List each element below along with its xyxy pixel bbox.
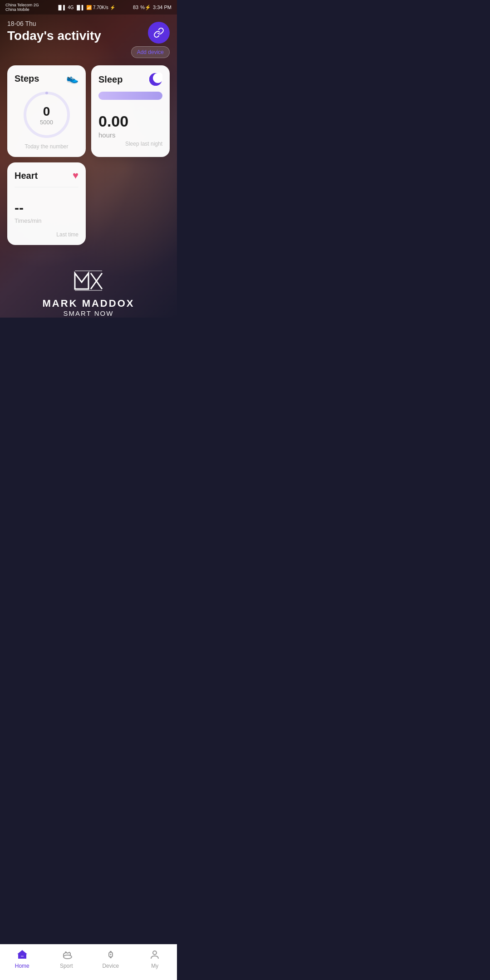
carrier1-label: China Telecom 2G xyxy=(5,3,39,7)
signal-4g: 4G xyxy=(68,5,74,10)
carrier2-label: China Mobile xyxy=(5,7,39,12)
mark-maddox-logo-svg xyxy=(73,269,104,291)
moon-crescent xyxy=(149,73,162,86)
sleep-unit: hours xyxy=(98,131,162,139)
steps-circle: 0 5000 xyxy=(22,90,72,140)
sleep-label: Sleep last night xyxy=(98,141,162,147)
link-device-button[interactable] xyxy=(148,22,170,44)
signal-bars2: ▐▌▌ xyxy=(75,5,85,10)
battery-level: 83 xyxy=(133,5,138,10)
status-bar: China Telecom 2G China Mobile ▐▌▌ 4G ▐▌▌… xyxy=(0,0,177,15)
heart-title: Heart xyxy=(15,171,38,181)
heart-last-label: Last time xyxy=(15,231,78,238)
steps-label: Today the number xyxy=(15,143,78,150)
heart-rate-unit: Times/min xyxy=(15,217,78,224)
brand-name: MARK MADDOX xyxy=(43,298,135,309)
steps-goal: 5000 xyxy=(40,119,53,126)
cards-grid: Steps 👟 0 5000 Today the number xyxy=(7,65,170,245)
steps-value: 0 xyxy=(40,104,53,119)
sleep-card-header: Sleep xyxy=(98,73,162,86)
svg-marker-7 xyxy=(75,273,88,289)
steps-card[interactable]: Steps 👟 0 5000 Today the number xyxy=(7,65,86,157)
battery-icon: %⚡ xyxy=(140,5,151,10)
steps-circle-inner: 0 5000 xyxy=(40,104,53,126)
header-left: 18-06 Thu Today's activity xyxy=(7,20,101,43)
heart-card[interactable]: Heart ♥ -- Times/min Last time xyxy=(7,162,86,245)
moon-icon-wrapper xyxy=(149,73,162,86)
heart-card-header: Heart ♥ xyxy=(15,170,78,181)
brand-section: MARK MADDOX SMART NOW xyxy=(7,250,170,326)
usb-icon: ⚡ xyxy=(110,5,115,10)
link-icon xyxy=(153,27,164,38)
steps-card-header: Steps 👟 xyxy=(15,73,78,84)
carrier-info: China Telecom 2G China Mobile xyxy=(5,3,39,12)
bottom-spacer xyxy=(7,326,170,372)
page-title: Today's activity xyxy=(7,29,101,43)
date-label: 18-06 Thu xyxy=(7,20,101,27)
brand-tagline: SMART NOW xyxy=(64,309,114,317)
heart-divider xyxy=(15,187,78,187)
brand-logo xyxy=(73,269,104,293)
wifi-icon: 📶 xyxy=(86,5,92,10)
sleep-progress-bar xyxy=(98,92,162,100)
status-center: ▐▌▌ 4G ▐▌▌ 📶 7.70K/s ⚡ xyxy=(57,5,115,10)
svg-point-6 xyxy=(153,73,162,83)
time-display: 3:34 PM xyxy=(153,5,172,10)
main-content: 18-06 Thu Today's activity Add device St… xyxy=(0,15,177,372)
footsteps-icon: 👟 xyxy=(66,73,78,84)
signal-bars: ▐▌▌ xyxy=(57,5,66,10)
steps-title: Steps xyxy=(15,74,39,84)
sleep-value: 0.00 xyxy=(98,113,162,130)
header-right: Add device xyxy=(131,20,170,58)
status-right: 83 %⚡ 3:34 PM xyxy=(133,5,172,10)
sleep-card[interactable]: Sleep 0.00 hours xyxy=(91,65,170,157)
steps-circle-container: 0 5000 xyxy=(15,90,78,140)
sleep-title: Sleep xyxy=(98,74,122,85)
page-header: 18-06 Thu Today's activity Add device xyxy=(7,20,170,58)
heart-rate-value: -- xyxy=(15,200,78,216)
heart-icon: ♥ xyxy=(73,170,78,181)
speed-label: 7.70K/s xyxy=(93,5,108,10)
add-device-button[interactable]: Add device xyxy=(131,46,170,58)
